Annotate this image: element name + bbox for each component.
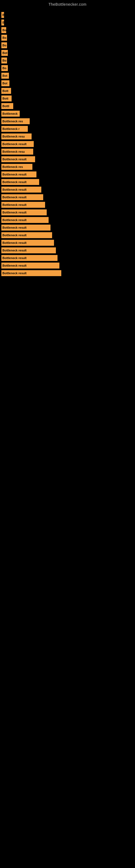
bar-row-6: Bot (1, 50, 134, 56)
bar-label-33: Bottleneck result (1, 255, 57, 261)
bar-row-25: Bottleneck result (1, 194, 134, 200)
bar-label-9: Bot (1, 73, 9, 79)
bar-row-12: Bott (1, 95, 134, 101)
bar-label-26: Bottleneck result (1, 202, 45, 208)
bar-row-34: Bottleneck result (1, 262, 134, 269)
bar-label-12: Bott (1, 95, 12, 101)
bar-label-2: B (1, 20, 4, 26)
bar-label-18: Bottleneck result (1, 141, 34, 147)
bar-label-6: Bot (1, 50, 8, 56)
bar-label-19: Bottleneck resu (1, 149, 33, 155)
bar-row-21: Bottleneck res (1, 164, 134, 170)
bar-row-23: Bottleneck result (1, 179, 134, 185)
bar-row-24: Bottleneck result (1, 187, 134, 193)
bar-label-32: Bottleneck result (1, 247, 56, 253)
bar-row-32: Bottleneck result (1, 247, 134, 253)
bar-row-10: Bot (1, 80, 134, 86)
bar-row-27: Bottleneck result (1, 209, 134, 215)
bar-row-16: Bottleneck r (1, 126, 134, 132)
bar-row-19: Bottleneck resu (1, 149, 134, 155)
bar-label-34: Bottleneck result (1, 262, 59, 269)
bar-row-14: Bottleneck (1, 111, 134, 117)
site-title: TheBottlenecker.com (0, 0, 135, 8)
bar-row-17: Bottleneck resu (1, 133, 134, 140)
bar-row-31: Bottleneck result (1, 240, 134, 246)
bar-row-22: Bottleneck result (1, 172, 134, 177)
bar-row-4: Bo (1, 35, 134, 41)
bar-label-35: Bottleneck result (1, 270, 61, 276)
bar-label-16: Bottleneck r (1, 126, 28, 132)
bar-label-7: Bo (1, 58, 7, 63)
bar-label-29: Bottleneck result (1, 225, 50, 230)
bar-row-11: Bott (1, 88, 134, 94)
bar-row-3: Bo (1, 27, 134, 33)
bar-row-7: Bo (1, 58, 134, 63)
bar-row-18: Bottleneck result (1, 141, 134, 147)
bar-label-1: B (1, 12, 4, 18)
bar-label-30: Bottleneck result (1, 232, 52, 238)
bar-label-23: Bottleneck result (1, 179, 39, 185)
bar-label-10: Bot (1, 80, 9, 86)
bar-row-5: Bo (1, 42, 134, 48)
bar-row-33: Bottleneck result (1, 255, 134, 261)
bar-row-26: Bottleneck result (1, 202, 134, 208)
bar-row-9: Bot (1, 73, 134, 79)
bar-label-27: Bottleneck result (1, 209, 47, 215)
bar-label-21: Bottleneck res (1, 164, 32, 170)
bar-label-14: Bottleneck (1, 111, 20, 117)
bar-label-25: Bottleneck result (1, 194, 43, 200)
bar-row-1: B (1, 12, 134, 18)
bar-label-3: Bo (1, 27, 6, 33)
bar-row-2: B (1, 20, 134, 26)
bar-label-11: Bott (1, 88, 11, 94)
bar-row-20: Bottleneck result (1, 156, 134, 162)
bar-row-8: Bo (1, 65, 134, 71)
bar-label-17: Bottleneck resu (1, 133, 32, 140)
bar-row-15: Bottleneck res (1, 118, 134, 124)
bar-row-28: Bottleneck result (1, 217, 134, 223)
bar-label-28: Bottleneck result (1, 217, 49, 223)
bar-label-22: Bottleneck result (1, 172, 37, 177)
bar-row-29: Bottleneck result (1, 225, 134, 230)
bar-label-15: Bottleneck res (1, 118, 30, 124)
bar-label-31: Bottleneck result (1, 240, 54, 246)
bar-row-13: Bottl (1, 103, 134, 109)
bar-label-5: Bo (1, 42, 7, 48)
bar-label-4: Bo (1, 35, 7, 41)
bar-row-35: Bottleneck result (1, 270, 134, 276)
bar-label-8: Bo (1, 65, 8, 71)
bar-label-13: Bottl (1, 103, 13, 109)
bar-row-30: Bottleneck result (1, 232, 134, 238)
bar-label-20: Bottleneck result (1, 156, 35, 162)
bar-label-24: Bottleneck result (1, 187, 41, 193)
